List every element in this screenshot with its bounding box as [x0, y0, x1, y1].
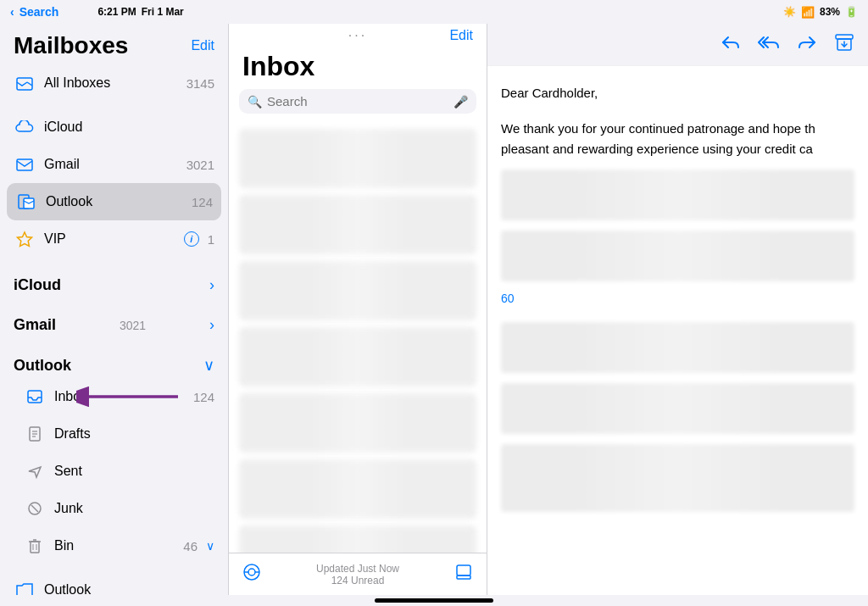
inbox-list-item[interactable] — [239, 393, 476, 453]
outlook-label: Outlook — [46, 194, 183, 209]
wifi-icon: 📶 — [801, 6, 815, 19]
archive-icon[interactable] — [834, 33, 854, 56]
gmail-count: 3021 — [186, 158, 214, 172]
sidebar-edit-button[interactable]: Edit — [191, 38, 214, 53]
inbox-updated-text: Updated Just Now — [316, 563, 399, 575]
inbox-list-item[interactable] — [239, 459, 476, 519]
vip-count: 1 — [208, 232, 214, 247]
email-link[interactable]: 60 — [501, 292, 854, 305]
bin-label: Bin — [54, 538, 175, 553]
email-greeting: Dear Cardholder, — [501, 83, 854, 103]
filter-icon[interactable] — [242, 563, 261, 586]
sent-icon — [24, 460, 46, 482]
vip-info-icon[interactable]: i — [184, 231, 199, 247]
svg-rect-12 — [31, 542, 39, 553]
icloud-section-title: iCloud — [14, 276, 61, 294]
svg-line-11 — [31, 505, 38, 512]
drafts-label: Drafts — [54, 426, 214, 442]
svg-rect-22 — [457, 575, 470, 579]
email-body-2: pleasant and rewarding experience using … — [501, 139, 854, 159]
battery-icon: 🔋 — [845, 6, 858, 18]
sidebar-item-outlook-folder[interactable]: Outlook — [0, 571, 228, 595]
junk-label: Junk — [54, 501, 214, 516]
icloud-section-header[interactable]: iCloud › — [0, 264, 228, 297]
icloud-section-chevron: › — [209, 276, 214, 294]
email-content: Dear Cardholder, We thank you for your c… — [487, 66, 868, 595]
outlook-folder-label: Outlook — [44, 582, 214, 595]
icloud-icon — [14, 116, 36, 138]
gmail-section-header[interactable]: Gmail 3021 › — [0, 304, 228, 337]
gmail-section-title: Gmail — [14, 316, 56, 334]
sidebar-item-outlook[interactable]: Outlook 124 — [7, 183, 221, 220]
status-bar: ‹ Search 6:21 PM Fri 1 Mar ☀️ 📶 83% 🔋 — [0, 0, 868, 24]
inbox-panel-dots: ··· — [348, 28, 367, 43]
sidebar-item-vip[interactable]: VIP i 1 — [0, 220, 228, 258]
all-inboxes-count: 3145 — [186, 76, 214, 91]
gmail-section-count: 3021 — [120, 319, 146, 332]
search-input[interactable] — [267, 94, 448, 108]
forward-icon[interactable] — [797, 34, 817, 55]
inbox-list-item[interactable] — [239, 261, 476, 320]
inbox-search-bar[interactable]: 🔍 🎤 — [239, 89, 476, 114]
inbox-bottom-bar: Updated Just Now 124 Unread — [229, 553, 487, 595]
sidebar-item-sent[interactable]: Sent — [0, 453, 228, 490]
icloud-label: iCloud — [44, 120, 214, 135]
reply-all-icon[interactable] — [758, 34, 780, 55]
sidebar-item-gmail[interactable]: Gmail 3021 — [0, 146, 228, 183]
sidebar-header: Mailboxes Edit — [0, 24, 228, 64]
inbox-unread-count: 124 Unread — [316, 575, 399, 587]
date: Fri 1 Mar — [142, 6, 184, 18]
sidebar: Mailboxes Edit All Inboxes 3145 iCl — [0, 24, 229, 595]
email-blurred-2 — [501, 231, 854, 281]
email-blurred-4 — [501, 383, 854, 434]
sidebar-title: Mailboxes — [14, 32, 128, 59]
inbox-list-item[interactable] — [239, 195, 476, 254]
brightness-icon: ☀️ — [783, 6, 796, 18]
outlook-section-title: Outlook — [14, 357, 71, 375]
main-layout: Mailboxes Edit All Inboxes 3145 iCl — [0, 24, 868, 595]
sidebar-item-drafts[interactable]: Drafts — [0, 415, 228, 453]
outlook-count: 124 — [192, 195, 213, 209]
outlook-folder-icon — [14, 579, 36, 595]
home-indicator — [375, 598, 493, 603]
time: 6:21 PM — [97, 6, 136, 18]
sidebar-item-all-inboxes[interactable]: All Inboxes 3145 — [0, 64, 228, 102]
bin-count: 46 — [183, 539, 198, 553]
sidebar-item-junk[interactable]: Junk — [0, 490, 228, 527]
inbox-list — [229, 122, 487, 553]
sidebar-item-inbox[interactable]: Inbox 124 — [0, 378, 228, 415]
inbox-list-item[interactable] — [239, 327, 476, 386]
svg-rect-4 — [28, 391, 42, 403]
inbox-panel-edit-button[interactable]: Edit — [449, 28, 473, 43]
microphone-icon[interactable]: 🎤 — [453, 95, 468, 108]
email-panel: Dear Cardholder, We thank you for your c… — [487, 24, 868, 595]
inbox-list-item[interactable] — [239, 129, 476, 188]
inbox-panel-title: Inbox — [229, 47, 487, 89]
reply-icon[interactable] — [721, 34, 741, 55]
inbox-list-item[interactable] — [239, 525, 476, 553]
email-blurred-1 — [501, 170, 854, 220]
inbox-panel-top-bar: ··· Edit — [229, 24, 487, 47]
back-label[interactable]: Search — [19, 5, 59, 19]
inbox-status: Updated Just Now 124 Unread — [316, 563, 399, 587]
gmail-section-chevron: › — [209, 316, 214, 334]
drafts-icon — [24, 423, 46, 445]
sent-label: Sent — [54, 464, 214, 479]
junk-icon — [24, 498, 46, 520]
status-left: ‹ Search 6:21 PM Fri 1 Mar — [10, 5, 184, 19]
sidebar-item-bin[interactable]: Bin 46 ∨ — [0, 527, 228, 564]
all-inboxes-icon — [14, 72, 36, 94]
sidebar-item-icloud[interactable]: iCloud — [0, 108, 228, 146]
compose-icon[interactable] — [454, 563, 473, 586]
gmail-icon — [14, 153, 36, 175]
bin-icon — [24, 535, 46, 557]
battery-label: 83% — [820, 6, 840, 18]
outlook-section-header[interactable]: Outlook ∨ — [0, 344, 228, 378]
back-arrow[interactable]: ‹ — [10, 5, 14, 19]
search-icon: 🔍 — [248, 95, 262, 108]
vip-icon — [14, 228, 36, 250]
outlook-section-chevron: ∨ — [203, 356, 214, 375]
bin-chevron: ∨ — [206, 539, 214, 553]
svg-point-18 — [248, 569, 255, 575]
email-blurred-5 — [501, 444, 854, 512]
